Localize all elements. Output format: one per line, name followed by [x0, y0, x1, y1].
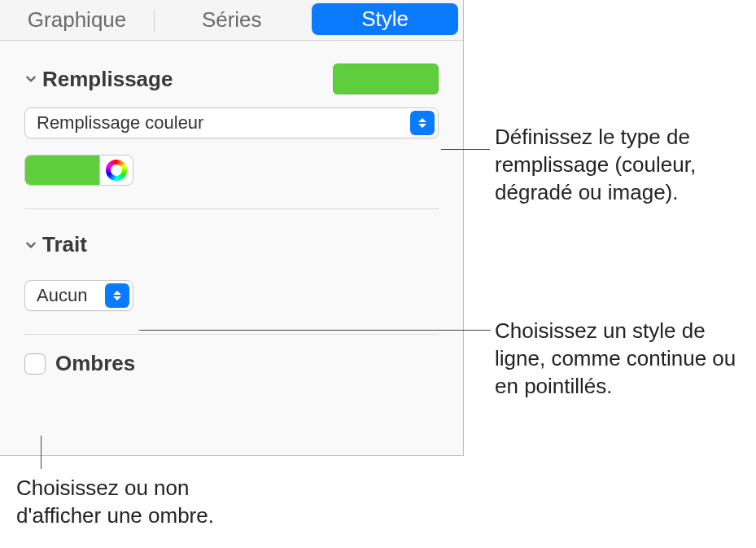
tab-series[interactable]: Séries — [155, 0, 308, 40]
color-wheel-icon — [106, 160, 127, 181]
shadows-checkbox[interactable] — [24, 353, 46, 375]
section-title-wrap: Remplissage — [24, 67, 173, 92]
shadows-row: Ombres — [0, 335, 463, 376]
chevron-down-icon[interactable] — [24, 72, 37, 85]
chevron-down-icon[interactable] — [24, 239, 37, 252]
fill-title: Remplissage — [42, 67, 173, 92]
fill-preview-swatch[interactable] — [333, 64, 439, 94]
section-title-wrap: Trait — [24, 232, 87, 257]
fill-color-well[interactable] — [24, 155, 99, 186]
select-label: Remplissage couleur — [25, 112, 407, 134]
tab-label: Séries — [202, 7, 262, 33]
tab-style[interactable]: Style — [312, 3, 458, 35]
tab-label: Graphique — [28, 7, 126, 33]
tabs: Graphique Séries Style — [0, 0, 463, 41]
select-label: Aucun — [25, 285, 102, 306]
callout-leader — [41, 436, 42, 469]
stroke-section: Trait Aucun — [0, 209, 463, 334]
tab-label: Style — [361, 7, 409, 32]
color-row — [24, 155, 439, 186]
stroke-style-select[interactable]: Aucun — [24, 280, 133, 311]
callout-fill-type: Définissez le type de remplissage (coule… — [495, 124, 755, 206]
callout-leader — [139, 330, 491, 331]
fill-type-select[interactable]: Remplissage couleur — [24, 107, 439, 138]
section-header: Remplissage — [24, 41, 439, 107]
callout-shadows: Choisissez ou non d'afficher une ombre. — [16, 475, 277, 530]
inspector-panel: Graphique Séries Style Remplissage Rempl… — [0, 0, 464, 456]
section-header: Trait — [24, 209, 439, 267]
callout-leader — [441, 149, 490, 150]
stroke-row: Aucun — [24, 267, 439, 334]
dropdown-stepper-icon — [410, 111, 435, 135]
tab-chart[interactable]: Graphique — [0, 0, 154, 40]
stroke-title: Trait — [42, 232, 87, 257]
callout-stroke-style: Choisissez un style de ligne, comme cont… — [495, 318, 755, 400]
color-picker-button[interactable] — [99, 155, 133, 186]
shadows-label: Ombres — [55, 351, 135, 376]
dropdown-stepper-icon — [105, 283, 129, 308]
fill-section: Remplissage Remplissage couleur — [0, 41, 463, 186]
